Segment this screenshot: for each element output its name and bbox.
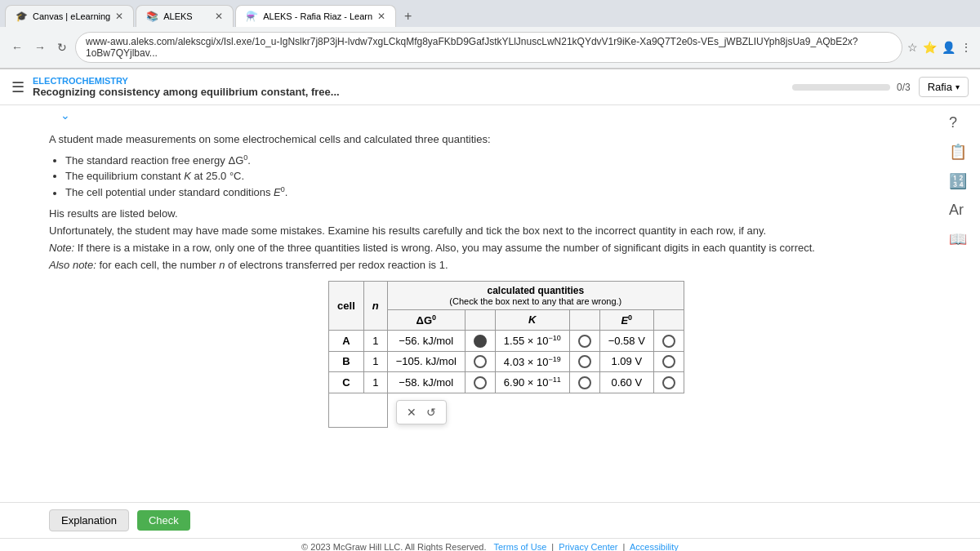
new-tab-button[interactable]: +: [398, 6, 418, 27]
note-paragraph-2: Note: If there is a mistake in a row, on…: [49, 242, 964, 254]
browser-chrome: 🎓 Canvas | eLearning ✕ 📚 ALEKS ✕ ⚗️ ALEK…: [0, 0, 980, 69]
cell-delta-g-b: −105. kJ/mol: [387, 351, 465, 372]
page-wrapper: ☰ ELECTROCHEMISTRY Recognizing consisten…: [0, 69, 980, 551]
cell-n-b: 1: [363, 351, 387, 372]
note-paragraph-1: Unfortunately, the student may have made…: [49, 224, 964, 237]
cell-k-c: 6.90 × 10−11: [495, 372, 569, 393]
popup-refresh-icon[interactable]: ↺: [426, 406, 436, 419]
cell-radio-k-b[interactable]: [569, 351, 599, 372]
table-popup-row: ✕ ↺: [329, 393, 684, 428]
cell-radio-e-a[interactable]: [653, 330, 684, 351]
top-bar: ☰ ELECTROCHEMISTRY Recognizing consisten…: [0, 69, 980, 105]
cell-radio-e-b[interactable]: [653, 351, 684, 372]
cell-k-a: 1.55 × 10−10: [495, 330, 569, 351]
user-name: Rafia: [928, 81, 952, 93]
address-bar: ← → ↻ www-awu.aleks.com/alekscgi/x/Isl.e…: [0, 27, 980, 69]
tab-aleks-learn-close[interactable]: ✕: [377, 11, 385, 22]
cell-e-a: −0.58 V: [599, 330, 653, 351]
results-paragraph: His results are listed below.: [49, 207, 964, 220]
cell-radio-k-c[interactable]: [569, 372, 599, 393]
cell-n-c: 1: [363, 372, 387, 393]
explanation-button[interactable]: Explanation: [49, 509, 129, 531]
cell-label-b: B: [329, 351, 364, 372]
cell-radio-k-a[interactable]: [569, 330, 599, 351]
forward-button[interactable]: →: [31, 39, 49, 56]
progress-text: 0/3: [897, 82, 911, 93]
content-area: A student made measurements on some elec…: [0, 122, 980, 502]
aleks-favicon: 📚: [146, 11, 158, 22]
privacy-link[interactable]: Privacy Center: [559, 542, 617, 551]
aleks-learn-favicon: ⚗️: [246, 11, 258, 22]
tab-aleks-title: ALEKS: [163, 11, 192, 21]
breadcrumb-area: ELECTROCHEMISTRY Recognizing consistency…: [33, 76, 784, 98]
user-menu-button[interactable]: Rafia ▾: [919, 77, 969, 97]
chevron-down-icon: ▾: [956, 82, 960, 91]
col-header-cell: cell: [329, 281, 364, 330]
menu-icon[interactable]: ⋮: [960, 41, 972, 54]
col-header-e: E0: [599, 309, 653, 330]
back-button[interactable]: ←: [8, 39, 26, 56]
tab-aleks[interactable]: 📚 ALEKS ✕: [136, 5, 234, 27]
expand-icon[interactable]: ⌄: [60, 109, 70, 122]
subject-label: ELECTROCHEMISTRY: [33, 76, 784, 86]
col-header-delta-g: ΔG0: [387, 309, 465, 330]
reload-button[interactable]: ↻: [54, 39, 70, 56]
table-row: B 1 −105. kJ/mol 4.03 × 10−19 1.09 V: [329, 351, 684, 372]
copyright-text: © 2023 McGraw Hill LLC. All Rights Reser…: [301, 542, 486, 551]
cell-delta-g-a: −56. kJ/mol: [387, 330, 465, 351]
cell-e-c: 0.60 V: [599, 372, 653, 393]
tab-aleks-learn-title: ALEKS - Rafia Riaz - Learn: [263, 11, 372, 21]
cell-e-b: 1.09 V: [599, 351, 653, 372]
col-header-radio-2: [569, 309, 599, 330]
progress-area: 0/3: [792, 82, 911, 93]
mini-popup: ✕ ↺: [396, 400, 447, 424]
progress-bar-container: [792, 84, 890, 91]
calculator-icon[interactable]: 🔢: [949, 172, 967, 190]
table-row: C 1 −58. kJ/mol 6.90 × 10−11 0.60 V: [329, 372, 684, 393]
page-footer: © 2023 McGraw Hill LLC. All Rights Reser…: [0, 538, 980, 551]
tab-bar: 🎓 Canvas | eLearning ✕ 📚 ALEKS ✕ ⚗️ ALEK…: [0, 0, 980, 27]
bullet-list: The standard reaction free energy ΔG0. T…: [65, 153, 964, 199]
bottom-bar: Explanation Check: [0, 502, 980, 538]
tab-aleks-close[interactable]: ✕: [215, 11, 223, 22]
check-button[interactable]: Check: [137, 510, 190, 531]
sidebar-icons: ? 📋 🔢 Ar 📖: [949, 114, 967, 248]
help-icon[interactable]: ?: [949, 114, 967, 131]
bullet-2: The equilibrium constant K at 25.0 °C.: [65, 170, 964, 182]
col-header-radio-1: [465, 309, 495, 330]
tab-aleks-learn[interactable]: ⚗️ ALEKS - Rafia Riaz - Learn ✕: [235, 5, 396, 27]
col-header-n: n: [363, 281, 387, 330]
book-icon[interactable]: 📖: [949, 230, 967, 248]
periodic-table-icon[interactable]: Ar: [949, 202, 967, 219]
canvas-favicon: 🎓: [16, 11, 28, 22]
bullet-3: The cell potential under standard condit…: [65, 185, 964, 198]
cell-delta-g-c: −58. kJ/mol: [387, 372, 465, 393]
profile-icon[interactable]: 👤: [942, 41, 956, 54]
table-row: A 1 −56. kJ/mol 1.55 × 10−10 −0.58 V: [329, 330, 684, 351]
url-bar[interactable]: www-awu.aleks.com/alekscgi/x/Isl.exe/1o_…: [75, 32, 902, 63]
hamburger-menu[interactable]: ☰: [11, 78, 24, 96]
data-table: cell n calculated quantities (Check the …: [328, 281, 684, 429]
tab-canvas[interactable]: 🎓 Canvas | eLearning ✕: [5, 5, 134, 27]
accessibility-link[interactable]: Accessibility: [630, 542, 679, 551]
address-icons: ☆ ⭐ 👤 ⋮: [907, 41, 972, 54]
page-title: Recognizing consistency among equilibriu…: [33, 86, 784, 98]
cell-label-c: C: [329, 372, 364, 393]
cell-radio-delta-g-a[interactable]: [465, 330, 495, 351]
cell-radio-delta-g-c[interactable]: [465, 372, 495, 393]
tab-canvas-title: Canvas | eLearning: [33, 11, 110, 21]
extensions-icon[interactable]: ⭐: [923, 41, 937, 54]
tab-canvas-close[interactable]: ✕: [115, 11, 123, 22]
popup-close-icon[interactable]: ✕: [407, 406, 416, 419]
col-header-k: K: [495, 309, 569, 330]
intro-paragraph: A student made measurements on some elec…: [49, 133, 964, 145]
cell-radio-delta-g-b[interactable]: [465, 351, 495, 372]
cell-label-a: A: [329, 330, 364, 351]
bookmark-icon[interactable]: ☆: [907, 41, 918, 54]
cell-radio-e-c[interactable]: [653, 372, 684, 393]
bullet-1: The standard reaction free energy ΔG0.: [65, 153, 964, 167]
col-header-calculated: calculated quantities (Check the box nex…: [387, 281, 684, 309]
notes-icon[interactable]: 📋: [949, 143, 967, 161]
terms-link[interactable]: Terms of Use: [493, 542, 546, 551]
col-header-radio-3: [653, 309, 684, 330]
